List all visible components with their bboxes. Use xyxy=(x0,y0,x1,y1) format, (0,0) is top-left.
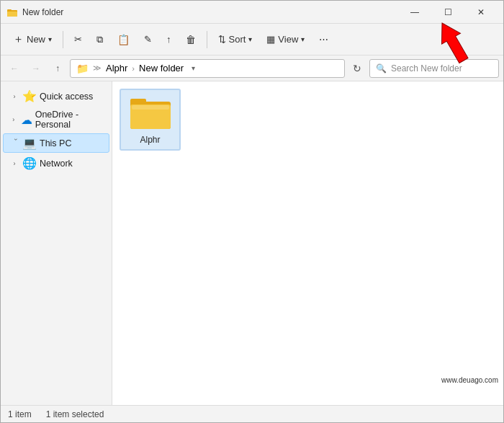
new-button[interactable]: ＋ New ▾ xyxy=(6,27,58,52)
this-pc-label: This PC xyxy=(40,138,71,148)
folder-item-alphr[interactable]: Alphr xyxy=(120,89,181,151)
address-folder-icon: 📁 xyxy=(76,63,89,74)
refresh-icon: ↻ xyxy=(353,63,361,74)
title-bar: New folder — ☐ ✕ xyxy=(1,1,503,24)
share-button[interactable]: ↑ xyxy=(160,27,178,52)
expand-icon: › xyxy=(9,92,19,102)
rename-icon: ✎ xyxy=(144,34,152,45)
item-count: 1 item xyxy=(8,409,32,419)
paste-icon: 📋 xyxy=(117,34,130,45)
folder-name: Alphr xyxy=(140,135,160,145)
sidebar-item-network[interactable]: › 🌐 Network xyxy=(3,153,109,173)
forward-icon: → xyxy=(32,63,40,74)
delete-button[interactable]: 🗑 xyxy=(179,27,202,52)
address-row: ← → ↑ 📁 ≫ Alphr › New folder ▾ ↻ 🔍 Searc… xyxy=(1,55,503,81)
address-bar[interactable]: 📁 ≫ Alphr › New folder ▾ xyxy=(70,59,345,78)
new-icon: ＋ xyxy=(13,32,24,46)
cut-icon: ✂ xyxy=(74,34,82,45)
watermark: www.deuago.com xyxy=(439,375,500,385)
more-icon: ⋯ xyxy=(319,34,328,45)
window-controls: — ☐ ✕ xyxy=(398,1,498,24)
svg-rect-5 xyxy=(130,99,146,104)
address-part-2: New folder xyxy=(139,63,184,74)
folder-icon xyxy=(129,94,172,132)
copy-icon: ⧉ xyxy=(96,34,103,45)
svg-rect-2 xyxy=(7,9,12,12)
onedrive-label: OneDrive - Personal xyxy=(35,110,103,130)
sidebar-item-onedrive[interactable]: › ☁ OneDrive - Personal xyxy=(3,107,109,133)
back-icon: ← xyxy=(10,63,19,74)
network-icon: 🌐 xyxy=(22,156,37,170)
view-chevron-icon: ▾ xyxy=(301,35,305,43)
refresh-button[interactable]: ↻ xyxy=(348,59,366,78)
file-area: Alphr www.deuago.com xyxy=(112,81,503,405)
cut-button[interactable]: ✂ xyxy=(68,27,89,52)
window-icon xyxy=(6,6,18,18)
search-placeholder: Search New folder xyxy=(391,63,462,74)
new-label: New xyxy=(27,34,45,45)
maximize-button[interactable]: ☐ xyxy=(431,1,464,24)
search-icon: 🔍 xyxy=(376,63,387,74)
share-icon: ↑ xyxy=(166,34,171,45)
address-separator-2: › xyxy=(132,64,135,73)
sidebar: › ⭐ Quick access › ☁ OneDrive - Personal… xyxy=(1,81,112,405)
view-label: View xyxy=(278,34,298,45)
selected-count: 1 item selected xyxy=(46,409,104,419)
quick-access-icon: ⭐ xyxy=(22,89,37,103)
rename-button[interactable]: ✎ xyxy=(138,27,158,52)
address-separator-1: ≫ xyxy=(93,63,102,73)
this-pc-icon: 💻 xyxy=(22,136,37,150)
paste-button[interactable]: 📋 xyxy=(111,27,136,52)
toolbar-wrapper: ＋ New ▾ ✂ ⧉ 📋 ✎ ↑ 🗑 xyxy=(1,24,503,55)
status-bar: 1 item 1 item selected xyxy=(1,405,503,422)
sort-chevron-icon: ▾ xyxy=(248,35,252,43)
sort-label: Sort xyxy=(229,34,246,45)
close-button[interactable]: ✕ xyxy=(464,1,498,24)
toolbar: ＋ New ▾ ✂ ⧉ 📋 ✎ ↑ 🗑 xyxy=(1,24,503,55)
delete-icon: 🗑 xyxy=(186,34,196,45)
address-part-1: Alphr xyxy=(106,63,127,74)
new-chevron-icon: ▾ xyxy=(48,35,52,43)
main-content: › ⭐ Quick access › ☁ OneDrive - Personal… xyxy=(1,81,503,405)
back-button[interactable]: ← xyxy=(5,59,24,78)
onedrive-icon: ☁ xyxy=(21,113,32,127)
search-box[interactable]: 🔍 Search New folder xyxy=(369,59,499,78)
window-title: New folder xyxy=(22,7,398,17)
view-button[interactable]: ▦ View ▾ xyxy=(260,27,311,52)
network-label: Network xyxy=(40,159,73,169)
expand-icon: › xyxy=(9,115,18,125)
up-button[interactable]: ↑ xyxy=(48,59,67,78)
sort-icon: ⇅ xyxy=(218,34,226,45)
expand-icon: › xyxy=(9,159,19,169)
up-icon: ↑ xyxy=(55,63,60,74)
svg-rect-1 xyxy=(7,12,17,17)
minimize-button[interactable]: — xyxy=(398,1,431,24)
svg-rect-7 xyxy=(132,105,169,110)
more-button[interactable]: ⋯ xyxy=(312,27,335,52)
explorer-window: New folder — ☐ ✕ ＋ New ▾ ✂ ⧉ 📋 xyxy=(0,0,504,423)
toolbar-divider-2 xyxy=(207,31,207,48)
sidebar-item-this-pc[interactable]: › 💻 This PC xyxy=(3,133,109,153)
quick-access-label: Quick access xyxy=(40,92,93,102)
toolbar-divider-1 xyxy=(63,31,63,48)
sort-button[interactable]: ⇅ Sort ▾ xyxy=(212,27,259,52)
expand-icon: › xyxy=(9,138,19,148)
sidebar-item-quick-access[interactable]: › ⭐ Quick access xyxy=(3,86,109,106)
copy-button[interactable]: ⧉ xyxy=(90,27,109,52)
forward-button[interactable]: → xyxy=(27,59,45,78)
address-chevron-icon[interactable]: ▾ xyxy=(186,62,199,75)
view-icon: ▦ xyxy=(266,34,275,45)
